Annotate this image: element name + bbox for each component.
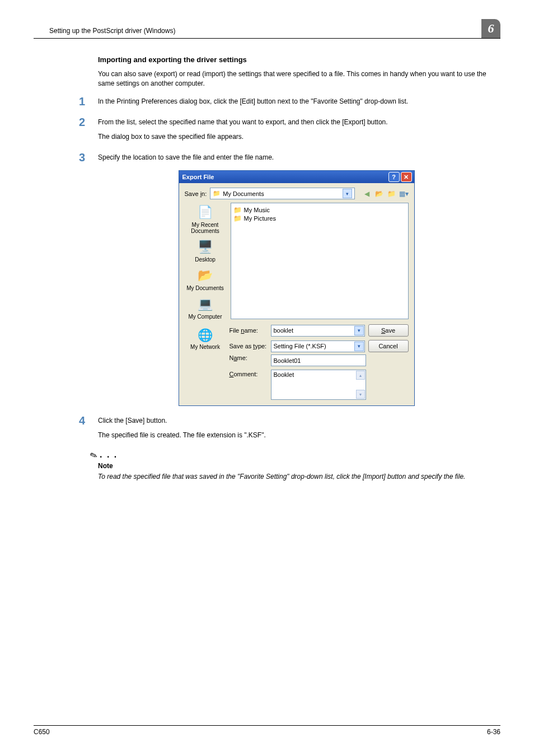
help-button[interactable]: ? bbox=[388, 172, 400, 182]
up-one-level-icon[interactable]: 📂 bbox=[375, 189, 384, 198]
save-in-label: Save in: bbox=[185, 190, 207, 197]
folder-icon: 📁 bbox=[233, 214, 242, 222]
saveas-label: Save as type: bbox=[229, 343, 268, 349]
comment-label: Comment: bbox=[229, 370, 268, 377]
list-item[interactable]: 📁My Pictures bbox=[233, 214, 406, 222]
step-4-text-b: The specified file is created. The file … bbox=[98, 431, 495, 440]
back-icon[interactable]: ◀ bbox=[363, 189, 372, 198]
step-2-text-b: The dialog box to save the specified fil… bbox=[98, 132, 495, 142]
mydocs-icon: 📂 bbox=[196, 267, 214, 284]
filename-input[interactable]: booklet ▾ bbox=[271, 325, 365, 337]
save-in-value: My Documents bbox=[223, 190, 264, 197]
name-label: Name: bbox=[229, 354, 268, 361]
recent-icon: 📄 bbox=[196, 204, 214, 221]
new-folder-icon[interactable]: 📁 bbox=[387, 189, 396, 198]
mycomputer-icon: 💻 bbox=[196, 296, 214, 312]
note-icon: ✎ bbox=[88, 449, 99, 461]
chevron-down-icon[interactable]: ▾ bbox=[343, 189, 352, 198]
list-item[interactable]: 📁My Music bbox=[233, 206, 406, 214]
note-text: To read the specified file that was save… bbox=[98, 472, 495, 482]
close-button[interactable]: ✕ bbox=[401, 172, 412, 182]
note-dots: . . . bbox=[100, 450, 118, 460]
note-label: Note bbox=[98, 462, 495, 470]
step-3-text: Specify the location to save the file an… bbox=[98, 153, 495, 162]
filename-label: File name: bbox=[229, 327, 268, 334]
step-number-2: 2 bbox=[79, 116, 98, 128]
cancel-button[interactable]: Cancel bbox=[368, 340, 409, 352]
subheading: Importing and exporting the driver setti… bbox=[98, 55, 495, 64]
running-title: Setting up the PostScript driver (Window… bbox=[49, 27, 175, 35]
chapter-number: 6 bbox=[488, 21, 494, 36]
chapter-badge: 6 bbox=[481, 19, 500, 38]
sidebar-item-mydocs[interactable]: 📂 My Documents bbox=[186, 267, 224, 291]
views-icon[interactable]: ▦▾ bbox=[400, 189, 409, 198]
file-list[interactable]: 📁My Music 📁My Pictures bbox=[231, 203, 409, 319]
scroll-down-icon[interactable]: ▾ bbox=[356, 390, 365, 399]
comment-field[interactable]: Booklet ▴ ▾ bbox=[271, 370, 366, 400]
dialog-title-bar: Export File ? ✕ bbox=[179, 171, 414, 183]
step-number-3: 3 bbox=[79, 152, 98, 163]
folder-icon: 📁 bbox=[233, 206, 242, 214]
network-icon: 🌐 bbox=[196, 327, 214, 344]
chevron-down-icon[interactable]: ▾ bbox=[354, 326, 364, 335]
intro-paragraph: You can also save (export) or read (impo… bbox=[98, 69, 495, 89]
sidebar-item-mycomputer[interactable]: 💻 My Computer bbox=[188, 296, 222, 320]
sidebar-item-desktop[interactable]: 🖥️ Desktop bbox=[195, 239, 216, 263]
export-file-dialog: Export File ? ✕ Save in: 📁 My Documents … bbox=[179, 170, 415, 406]
save-button[interactable]: Save bbox=[368, 324, 409, 337]
places-bar: 📄 My Recent Documents 🖥️ Desktop 📂 My Do… bbox=[185, 203, 226, 320]
scroll-up-icon[interactable]: ▴ bbox=[356, 371, 365, 380]
sidebar-item-network[interactable]: 🌐 My Network bbox=[185, 327, 226, 350]
step-2-text-a: From the list, select the specified name… bbox=[98, 118, 495, 127]
saveas-dropdown[interactable]: Setting File (*.KSF) ▾ bbox=[271, 340, 365, 352]
dialog-title: Export File bbox=[182, 174, 214, 180]
step-4-text-a: Click the [Save] button. bbox=[98, 416, 495, 426]
desktop-icon: 🖥️ bbox=[196, 239, 214, 255]
sidebar-item-recent[interactable]: 📄 My Recent Documents bbox=[185, 204, 226, 234]
save-in-dropdown[interactable]: 📁 My Documents ▾ bbox=[210, 188, 354, 199]
step-1-text: In the Printing Preferences dialog box, … bbox=[98, 97, 495, 106]
folder-icon: 📁 bbox=[213, 190, 221, 197]
chevron-down-icon[interactable]: ▾ bbox=[354, 342, 364, 351]
step-number-1: 1 bbox=[79, 96, 98, 107]
step-number-4: 4 bbox=[79, 415, 98, 426]
footer-right: 6-36 bbox=[487, 728, 500, 736]
name-field[interactable]: Booklet01 bbox=[271, 354, 366, 366]
footer-left: C650 bbox=[34, 728, 50, 736]
